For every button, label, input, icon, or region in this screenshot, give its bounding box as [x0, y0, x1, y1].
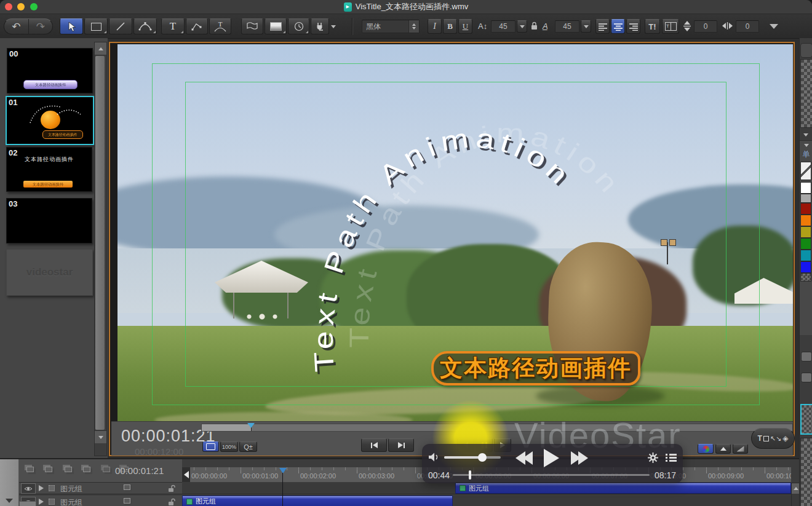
char-size-field[interactable]: 45 — [491, 20, 515, 33]
thumbnail-placeholder[interactable]: videostar — [6, 249, 93, 296]
zoom-level-button[interactable]: 100% — [220, 441, 238, 452]
bold-button[interactable]: B — [443, 19, 457, 34]
skip-end-button[interactable] — [388, 438, 414, 452]
lock-icon[interactable] — [530, 21, 538, 31]
timeline-clip-2[interactable]: 图元组 — [182, 496, 453, 506]
tool-text-button[interactable]: T — [161, 18, 185, 34]
tool-flag-button[interactable] — [241, 18, 263, 34]
fit-view-button[interactable] — [202, 441, 219, 452]
track-row: 图元组 — [19, 496, 182, 506]
unlock-icon[interactable] — [168, 497, 177, 506]
layers-icon[interactable] — [124, 498, 130, 504]
video-frame[interactable]: Text Path Animation Text Path Animation … — [117, 44, 793, 421]
underline-button[interactable]: U — [458, 19, 472, 34]
tool-bezier-button[interactable] — [133, 18, 157, 34]
tool-rect-button[interactable] — [84, 18, 108, 34]
layer-tool-2[interactable] — [45, 467, 52, 472]
timeline-left-scrollbar[interactable] — [0, 459, 19, 506]
play-button[interactable] — [540, 448, 562, 468]
timeline-playhead[interactable] — [279, 468, 287, 506]
transform-tools-button[interactable]: T↖↘◈ — [751, 428, 795, 449]
panel-button-2[interactable] — [801, 373, 812, 382]
more-options-dropdown[interactable] — [769, 22, 779, 31]
text-cursor-button[interactable]: T! — [645, 19, 660, 34]
line-spacing-field[interactable]: 0 — [694, 20, 717, 33]
swatch-transparent[interactable] — [800, 273, 811, 282]
align-right-button[interactable] — [626, 19, 640, 34]
unlock-icon[interactable] — [168, 484, 177, 492]
panel-collapse-arrow[interactable] — [802, 132, 810, 138]
scroll-thumb[interactable] — [95, 56, 105, 430]
timeline-clip-1[interactable]: 图元组 — [455, 483, 791, 494]
scrub-marker[interactable] — [247, 423, 255, 428]
playlist-icon[interactable] — [666, 453, 677, 462]
align-left-button[interactable] — [595, 19, 610, 34]
panel-tab[interactable] — [800, 43, 812, 58]
layer-tool-4[interactable] — [83, 467, 90, 472]
font-family-select[interactable]: 黑体 — [362, 20, 420, 33]
undo-button[interactable]: ↶ — [4, 19, 29, 34]
pen-style-swatch[interactable] — [800, 162, 811, 180]
swatch-white[interactable] — [800, 182, 811, 194]
forward-button[interactable] — [568, 451, 591, 465]
settings-gear-icon[interactable] — [647, 452, 659, 464]
preview-scrub-bar[interactable] — [201, 424, 793, 432]
char-width-dropdown[interactable] — [581, 20, 591, 33]
thumbnail-item-00[interactable]: 00 文本路径动画插件 — [7, 48, 93, 93]
skip-start-button[interactable] — [361, 438, 387, 452]
channel-up-button[interactable] — [715, 444, 731, 454]
tool-plugin-button[interactable] — [311, 18, 329, 34]
font-stepper[interactable] — [408, 20, 419, 33]
rewind-button[interactable] — [513, 451, 535, 465]
italic-button[interactable]: I — [428, 19, 442, 34]
progress-marker[interactable] — [469, 470, 471, 480]
rgb-mode-button[interactable] — [698, 444, 714, 454]
swatch-orange[interactable] — [800, 215, 811, 226]
tool-clock-button[interactable] — [288, 18, 309, 34]
preview-area: Text Path Animation Text Path Animation … — [109, 42, 795, 456]
layer-tool-3[interactable] — [65, 467, 72, 472]
text-frame-button[interactable]: T — [662, 19, 679, 34]
tool-image-button[interactable] — [265, 18, 287, 34]
thumbnail-item-02[interactable]: 02 文本路径动画插件 文本路径动画插件 — [6, 147, 92, 192]
expand-button[interactable] — [39, 499, 44, 505]
volume-slider[interactable] — [444, 456, 501, 459]
panel-button-1[interactable] — [801, 352, 812, 362]
alpha-mode-button[interactable] — [733, 444, 748, 454]
scroll-down-arrow[interactable] — [6, 499, 13, 503]
ruler-scroll-left-button[interactable] — [182, 467, 190, 482]
tool-line-button[interactable] — [109, 18, 132, 34]
scroll-down-button[interactable] — [95, 430, 106, 443]
thumbnail-item-03[interactable]: 03 — [6, 198, 92, 243]
swatch-blue[interactable] — [800, 261, 811, 273]
swatch-grey[interactable] — [800, 194, 811, 203]
redo-button[interactable]: ↷ — [29, 19, 52, 34]
zoom-tool-button[interactable]: Q± — [239, 441, 257, 452]
swatch-dark-red[interactable] — [800, 203, 811, 215]
align-center-button[interactable] — [611, 19, 625, 34]
layer-tool-1[interactable] — [26, 467, 34, 472]
swatch-olive[interactable] — [800, 226, 811, 238]
layers-icon[interactable] — [124, 484, 130, 490]
title-banner[interactable]: 文本路径动画插件 — [431, 351, 640, 385]
char-spacing-field[interactable]: 0 — [736, 20, 759, 33]
scroll-up-button[interactable] — [95, 42, 106, 55]
library-scrollbar[interactable] — [94, 42, 107, 456]
expand-button[interactable] — [39, 485, 44, 491]
char-size-dropdown[interactable] — [517, 20, 527, 33]
plugin-dropdown[interactable] — [330, 23, 336, 30]
selected-texture-swatch[interactable] — [800, 404, 812, 435]
swatch-teal[interactable] — [800, 250, 811, 261]
tool-text-arc-button[interactable]: T — [209, 18, 231, 34]
volume-icon[interactable] — [428, 452, 440, 462]
style-dropdown-arrow[interactable] — [800, 141, 812, 149]
thumbnail-item-01-selected[interactable]: 01 文本路径动画插件 — [6, 96, 94, 145]
volume-knob[interactable] — [478, 453, 487, 462]
layer-tool-5[interactable] — [103, 467, 110, 472]
tool-select-button[interactable] — [60, 18, 83, 34]
progress-bar[interactable] — [453, 474, 650, 476]
swatch-green[interactable] — [800, 238, 811, 250]
char-width-field[interactable]: 45 — [555, 20, 579, 33]
visibility-toggle[interactable] — [21, 483, 36, 494]
tool-text-path-button[interactable] — [186, 18, 208, 34]
